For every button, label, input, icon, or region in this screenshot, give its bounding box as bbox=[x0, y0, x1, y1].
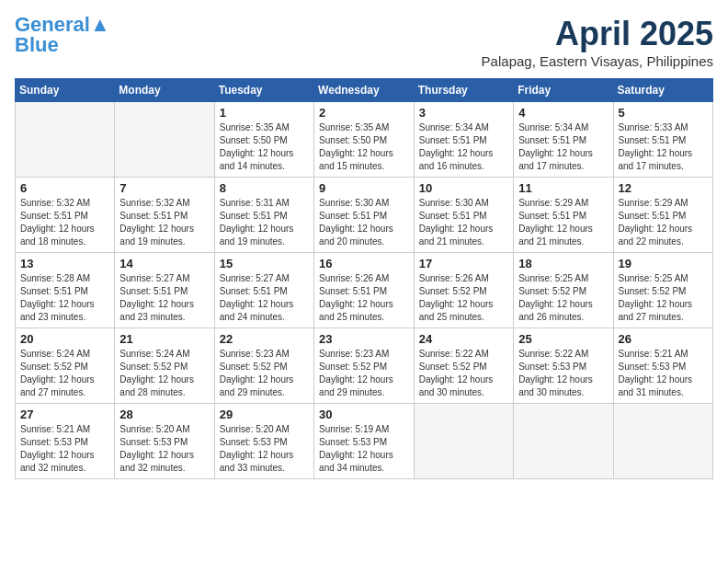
calendar-cell: 10Sunrise: 5:30 AMSunset: 5:51 PMDayligh… bbox=[414, 178, 513, 253]
page-header: General▲ Blue April 2025 Palapag, Easter… bbox=[15, 15, 713, 69]
day-number: 22 bbox=[220, 332, 309, 346]
day-number: 1 bbox=[220, 106, 309, 120]
day-info: Sunrise: 5:32 AMSunset: 5:51 PMDaylight:… bbox=[20, 197, 109, 248]
calendar-cell bbox=[613, 404, 713, 479]
title-area: April 2025 Palapag, Eastern Visayas, Phi… bbox=[482, 15, 713, 69]
day-info: Sunrise: 5:31 AMSunset: 5:51 PMDaylight:… bbox=[220, 197, 309, 248]
weekday-header: Tuesday bbox=[214, 79, 313, 102]
day-info: Sunrise: 5:29 AMSunset: 5:51 PMDaylight:… bbox=[619, 197, 709, 248]
calendar-cell: 27Sunrise: 5:21 AMSunset: 5:53 PMDayligh… bbox=[16, 404, 115, 479]
day-number: 27 bbox=[20, 408, 109, 421]
weekday-header: Wednesday bbox=[314, 79, 415, 102]
calendar-cell: 2Sunrise: 5:35 AMSunset: 5:50 PMDaylight… bbox=[314, 102, 415, 178]
day-info: Sunrise: 5:35 AMSunset: 5:50 PMDaylight:… bbox=[319, 121, 409, 173]
day-number: 16 bbox=[319, 257, 409, 270]
calendar-cell: 30Sunrise: 5:19 AMSunset: 5:53 PMDayligh… bbox=[314, 404, 415, 479]
calendar-cell: 26Sunrise: 5:21 AMSunset: 5:53 PMDayligh… bbox=[613, 328, 713, 404]
day-info: Sunrise: 5:21 AMSunset: 5:53 PMDaylight:… bbox=[619, 348, 709, 399]
day-info: Sunrise: 5:21 AMSunset: 5:53 PMDaylight:… bbox=[20, 423, 109, 475]
day-info: Sunrise: 5:20 AMSunset: 5:53 PMDaylight:… bbox=[220, 423, 309, 475]
day-number: 29 bbox=[220, 408, 309, 421]
calendar-cell: 6Sunrise: 5:32 AMSunset: 5:51 PMDaylight… bbox=[16, 178, 115, 253]
day-number: 3 bbox=[419, 106, 508, 120]
calendar-week-row: 20Sunrise: 5:24 AMSunset: 5:52 PMDayligh… bbox=[16, 328, 713, 404]
calendar-cell: 15Sunrise: 5:27 AMSunset: 5:51 PMDayligh… bbox=[214, 253, 313, 328]
day-number: 28 bbox=[119, 408, 209, 421]
month-title: April 2025 bbox=[482, 15, 713, 53]
calendar-cell: 11Sunrise: 5:29 AMSunset: 5:51 PMDayligh… bbox=[514, 178, 613, 253]
day-number: 17 bbox=[419, 257, 508, 270]
calendar-week-row: 1Sunrise: 5:35 AMSunset: 5:50 PMDaylight… bbox=[16, 102, 713, 178]
day-number: 20 bbox=[20, 332, 109, 346]
calendar-cell: 28Sunrise: 5:20 AMSunset: 5:53 PMDayligh… bbox=[115, 404, 214, 479]
calendar-cell: 12Sunrise: 5:29 AMSunset: 5:51 PMDayligh… bbox=[613, 178, 713, 253]
day-number: 26 bbox=[619, 332, 709, 346]
day-info: Sunrise: 5:35 AMSunset: 5:50 PMDaylight:… bbox=[220, 121, 309, 173]
day-number: 21 bbox=[119, 332, 209, 346]
calendar-cell: 24Sunrise: 5:22 AMSunset: 5:52 PMDayligh… bbox=[414, 328, 513, 404]
day-number: 12 bbox=[619, 181, 709, 195]
weekday-header: Friday bbox=[514, 79, 613, 102]
day-info: Sunrise: 5:27 AMSunset: 5:51 PMDaylight:… bbox=[220, 272, 309, 324]
logo-text: General▲ Blue bbox=[15, 15, 110, 55]
day-info: Sunrise: 5:23 AMSunset: 5:52 PMDaylight:… bbox=[220, 348, 309, 399]
location-title: Palapag, Eastern Visayas, Philippines bbox=[482, 53, 713, 69]
calendar-cell: 19Sunrise: 5:25 AMSunset: 5:52 PMDayligh… bbox=[613, 253, 713, 328]
day-info: Sunrise: 5:24 AMSunset: 5:52 PMDaylight:… bbox=[20, 348, 109, 399]
day-number: 11 bbox=[518, 181, 608, 195]
calendar-cell: 18Sunrise: 5:25 AMSunset: 5:52 PMDayligh… bbox=[514, 253, 613, 328]
day-info: Sunrise: 5:23 AMSunset: 5:52 PMDaylight:… bbox=[319, 348, 409, 399]
calendar-cell: 14Sunrise: 5:27 AMSunset: 5:51 PMDayligh… bbox=[115, 253, 214, 328]
calendar-cell: 3Sunrise: 5:34 AMSunset: 5:51 PMDaylight… bbox=[414, 102, 513, 178]
day-number: 2 bbox=[319, 106, 409, 120]
day-info: Sunrise: 5:25 AMSunset: 5:52 PMDaylight:… bbox=[619, 272, 709, 324]
day-info: Sunrise: 5:29 AMSunset: 5:51 PMDaylight:… bbox=[518, 197, 608, 248]
calendar-cell: 22Sunrise: 5:23 AMSunset: 5:52 PMDayligh… bbox=[214, 328, 313, 404]
day-info: Sunrise: 5:34 AMSunset: 5:51 PMDaylight:… bbox=[419, 121, 508, 173]
day-info: Sunrise: 5:28 AMSunset: 5:51 PMDaylight:… bbox=[20, 272, 109, 324]
day-number: 14 bbox=[119, 257, 209, 270]
day-number: 4 bbox=[518, 106, 608, 120]
day-number: 7 bbox=[119, 181, 209, 195]
day-number: 30 bbox=[319, 408, 409, 421]
calendar-cell: 8Sunrise: 5:31 AMSunset: 5:51 PMDaylight… bbox=[214, 178, 313, 253]
day-info: Sunrise: 5:30 AMSunset: 5:51 PMDaylight:… bbox=[319, 197, 409, 248]
calendar-cell bbox=[514, 404, 613, 479]
day-info: Sunrise: 5:24 AMSunset: 5:52 PMDaylight:… bbox=[119, 348, 209, 399]
weekday-header: Monday bbox=[115, 79, 214, 102]
day-number: 10 bbox=[419, 181, 508, 195]
day-info: Sunrise: 5:26 AMSunset: 5:52 PMDaylight:… bbox=[419, 272, 508, 324]
day-info: Sunrise: 5:32 AMSunset: 5:51 PMDaylight:… bbox=[119, 197, 209, 248]
calendar-cell: 25Sunrise: 5:22 AMSunset: 5:53 PMDayligh… bbox=[514, 328, 613, 404]
calendar-cell bbox=[414, 404, 513, 479]
day-info: Sunrise: 5:22 AMSunset: 5:53 PMDaylight:… bbox=[518, 348, 608, 399]
calendar-week-row: 27Sunrise: 5:21 AMSunset: 5:53 PMDayligh… bbox=[16, 404, 713, 479]
day-number: 25 bbox=[518, 332, 608, 346]
calendar-table: SundayMondayTuesdayWednesdayThursdayFrid… bbox=[15, 78, 713, 479]
calendar-cell: 29Sunrise: 5:20 AMSunset: 5:53 PMDayligh… bbox=[214, 404, 313, 479]
day-info: Sunrise: 5:33 AMSunset: 5:51 PMDaylight:… bbox=[619, 121, 709, 173]
day-number: 6 bbox=[20, 181, 109, 195]
calendar-cell bbox=[115, 102, 214, 178]
day-number: 24 bbox=[419, 332, 508, 346]
day-info: Sunrise: 5:25 AMSunset: 5:52 PMDaylight:… bbox=[518, 272, 608, 324]
calendar-cell bbox=[16, 102, 115, 178]
calendar-cell: 1Sunrise: 5:35 AMSunset: 5:50 PMDaylight… bbox=[214, 102, 313, 178]
day-number: 8 bbox=[220, 181, 309, 195]
calendar-cell: 21Sunrise: 5:24 AMSunset: 5:52 PMDayligh… bbox=[115, 328, 214, 404]
day-info: Sunrise: 5:27 AMSunset: 5:51 PMDaylight:… bbox=[119, 272, 209, 324]
day-info: Sunrise: 5:30 AMSunset: 5:51 PMDaylight:… bbox=[419, 197, 508, 248]
day-number: 15 bbox=[220, 257, 309, 270]
day-number: 18 bbox=[518, 257, 608, 270]
day-info: Sunrise: 5:20 AMSunset: 5:53 PMDaylight:… bbox=[119, 423, 209, 475]
calendar-cell: 4Sunrise: 5:34 AMSunset: 5:51 PMDaylight… bbox=[514, 102, 613, 178]
day-info: Sunrise: 5:26 AMSunset: 5:51 PMDaylight:… bbox=[319, 272, 409, 324]
day-number: 13 bbox=[20, 257, 109, 270]
logo: General▲ Blue bbox=[15, 15, 110, 55]
logo-blue-text: Blue bbox=[15, 33, 59, 56]
calendar-week-row: 13Sunrise: 5:28 AMSunset: 5:51 PMDayligh… bbox=[16, 253, 713, 328]
day-number: 23 bbox=[319, 332, 409, 346]
logo-blue: ▲ bbox=[90, 13, 110, 36]
calendar-cell: 20Sunrise: 5:24 AMSunset: 5:52 PMDayligh… bbox=[16, 328, 115, 404]
calendar-header-row: SundayMondayTuesdayWednesdayThursdayFrid… bbox=[16, 79, 713, 102]
